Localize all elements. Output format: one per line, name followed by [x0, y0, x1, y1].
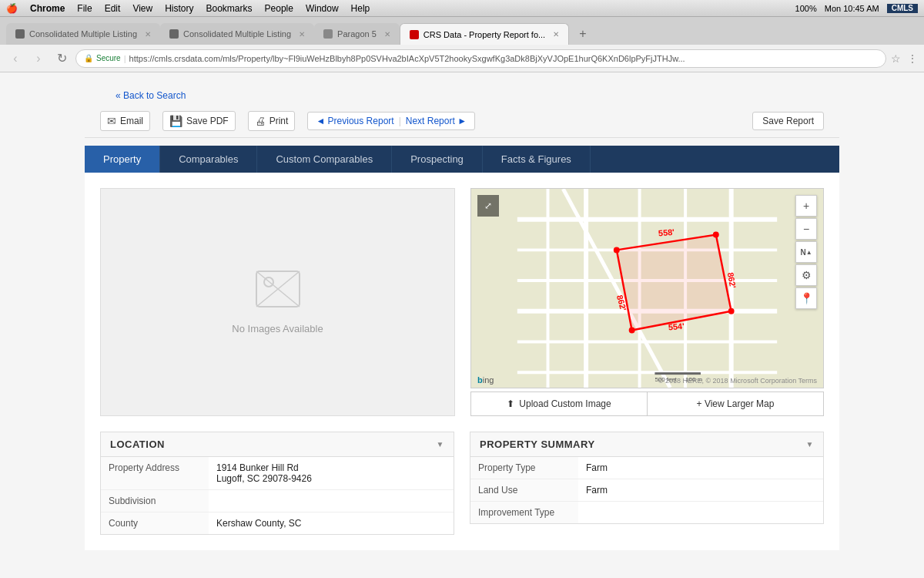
url-separator: | [124, 54, 126, 63]
tab-custom-comparables[interactable]: Custom Comparables [257, 146, 392, 173]
clock: Mon 10:45 AM [825, 4, 879, 13]
people-menu-item[interactable]: People [265, 3, 293, 14]
tab-4-label: CRS Data - Property Report fo... [424, 30, 545, 39]
expand-icon: ⤢ [484, 200, 492, 211]
reload-button[interactable]: ↻ [52, 51, 71, 66]
location-section: LOCATION ▼ Property Address 1914 Bunker … [100, 432, 454, 535]
history-menu-item[interactable]: History [165, 3, 193, 14]
property-address-value: 1914 Bunker Hill RdLugoff, SC 29078-9426 [209, 457, 454, 489]
browser-tabs-bar: Consolidated Multiple Listing ✕ Consolid… [0, 17, 924, 45]
save-report-button[interactable]: Save Report [752, 112, 824, 130]
view-larger-map-button[interactable]: + View Larger Map [648, 392, 823, 415]
menu-icon[interactable]: ⋮ [907, 52, 918, 65]
property-summary-header: PROPERTY SUMMARY ▼ [470, 432, 824, 457]
tab-3[interactable]: Paragon 5 ✕ [314, 23, 400, 45]
property-summary-toggle[interactable]: ▼ [806, 440, 814, 449]
bing-logo: bing [477, 375, 494, 385]
property-address-label: Property Address [101, 457, 209, 489]
location-title: LOCATION [110, 439, 165, 450]
tab-2-close[interactable]: ✕ [299, 30, 305, 39]
secure-label: Secure [96, 54, 121, 62]
info-sections: LOCATION ▼ Property Address 1914 Bunker … [85, 432, 839, 550]
county-value: Kershaw County, SC [209, 512, 454, 534]
map-expand-button[interactable]: ⤢ [477, 195, 499, 217]
upload-icon: ⬆ [507, 398, 514, 409]
tab-4[interactable]: CRS Data - Property Report fo... ✕ [400, 23, 569, 45]
location-toggle[interactable]: ▼ [437, 440, 444, 449]
svg-text:554': 554' [668, 321, 685, 332]
forward-button[interactable]: › [29, 52, 48, 66]
view-menu-item[interactable]: View [132, 3, 152, 14]
tab-2[interactable]: Consolidated Multiple Listing ✕ [160, 23, 314, 45]
map-section: 558' 862' 862' 554' 500 feet 100 m [470, 188, 824, 416]
address-bar: ‹ › ↻ 🔒 Secure | https://cmls.crsdata.co… [0, 45, 924, 72]
print-button[interactable]: 🖨 Print [248, 111, 296, 131]
edit-menu-item[interactable]: Edit [105, 3, 121, 14]
property-address-row: Property Address 1914 Bunker Hill RdLugo… [101, 457, 454, 490]
property-nav-tabs: Property Comparables Custom Comparables … [85, 146, 839, 173]
apple-menu[interactable]: 🍎 [6, 3, 18, 14]
county-row: County Kershaw County, SC [101, 512, 454, 534]
subdivision-row: Subdivision [101, 490, 454, 512]
content-area: No Images Available [85, 173, 839, 432]
subdivision-label: Subdivision [101, 490, 209, 512]
cmls-brand: CMLS [887, 4, 918, 13]
zoom-out-button[interactable]: − [795, 218, 817, 240]
no-image-icon [255, 270, 301, 317]
view-larger-map-label: + View Larger Map [697, 398, 775, 409]
save-pdf-button[interactable]: 💾 Save PDF [162, 111, 236, 131]
location-table: Property Address 1914 Bunker Hill RdLugo… [100, 457, 454, 535]
url-bar[interactable]: 🔒 Secure | https://cmls.crsdata.com/mls/… [75, 49, 886, 68]
os-menu-bar: 🍎 Chrome File Edit View History Bookmark… [0, 0, 924, 17]
svg-rect-26 [654, 372, 701, 375]
subdivision-value [209, 490, 454, 512]
property-summary-table: Property Type Farm Land Use Farm Improve… [470, 457, 824, 524]
back-button[interactable]: ‹ [6, 52, 25, 66]
property-summary-section: PROPERTY SUMMARY ▼ Property Type Farm La… [470, 432, 824, 535]
chrome-menu-item[interactable]: Chrome [30, 3, 65, 14]
file-menu-item[interactable]: File [77, 3, 92, 14]
settings-button[interactable]: ⚙ [795, 264, 817, 286]
page-content: « Back to Search ✉ Email 💾 Save PDF 🖨 Pr… [0, 72, 924, 578]
bookmarks-menu-item[interactable]: Bookmarks [206, 3, 253, 14]
back-to-search-link[interactable]: « Back to Search [100, 84, 201, 107]
window-menu-item[interactable]: Window [306, 3, 339, 14]
email-button[interactable]: ✉ Email [100, 111, 150, 131]
tab-4-close[interactable]: ✕ [553, 30, 559, 39]
zoom-in-button[interactable]: + [795, 195, 817, 217]
tab-1-close[interactable]: ✕ [145, 30, 151, 39]
improvement-type-value [578, 502, 823, 523]
tab-1[interactable]: Consolidated Multiple Listing ✕ [6, 23, 160, 45]
battery-status: 100% [795, 4, 817, 13]
tab-3-favicon [323, 29, 333, 39]
svg-point-24 [728, 308, 735, 314]
tab-facts-figures[interactable]: Facts & Figures [483, 146, 591, 173]
land-use-row: Land Use Farm [470, 479, 823, 502]
save-pdf-label: Save PDF [186, 116, 229, 126]
land-use-value: Farm [578, 479, 823, 501]
pin-button[interactable]: 📍 [795, 287, 817, 309]
upload-custom-image-button[interactable]: ⬆ Upload Custom Image [471, 392, 648, 415]
save-icon: 💾 [169, 115, 182, 127]
location-header: LOCATION ▼ [100, 432, 454, 457]
map-container: 558' 862' 862' 554' 500 feet 100 m [470, 188, 824, 388]
previous-report-button[interactable]: ◄ Previous Report [316, 116, 393, 126]
improvement-type-row: Improvement Type [470, 502, 823, 523]
compass-button[interactable]: N▲ [795, 241, 817, 263]
secure-icon: 🔒 [84, 54, 93, 62]
tab-property[interactable]: Property [85, 146, 160, 173]
help-menu-item[interactable]: Help [351, 3, 370, 14]
next-report-button[interactable]: Next Report ► [406, 116, 467, 126]
tab-3-close[interactable]: ✕ [384, 30, 390, 39]
report-nav-separator: | [399, 116, 401, 126]
print-label: Print [270, 116, 289, 126]
property-summary-title: PROPERTY SUMMARY [480, 439, 595, 450]
print-icon: 🖨 [255, 115, 266, 127]
map-svg: 558' 862' 862' 554' 500 feet 100 m [471, 189, 823, 388]
tab-prospecting[interactable]: Prospecting [392, 146, 483, 173]
bookmark-icon[interactable]: ☆ [891, 52, 901, 65]
toolbar: ✉ Email 💾 Save PDF 🖨 Print ◄ Previous Re… [85, 105, 839, 138]
tab-comparables[interactable]: Comparables [160, 146, 257, 173]
svg-point-23 [713, 232, 719, 238]
new-tab-button[interactable]: + [572, 23, 594, 45]
